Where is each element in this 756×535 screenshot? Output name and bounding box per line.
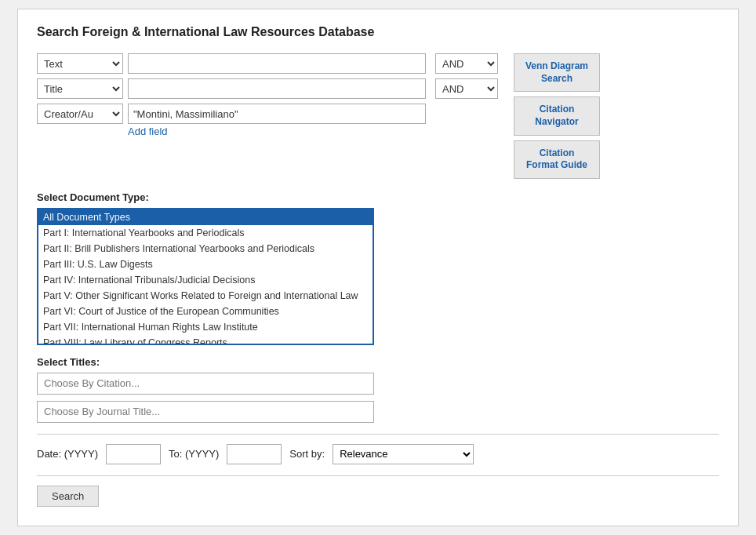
search-button[interactable]: Search (37, 486, 99, 507)
field-select-1[interactable]: Text Title Creator/Au Subject (37, 53, 123, 74)
sort-label: Sort by: (289, 448, 325, 460)
search-input-3[interactable] (128, 104, 426, 124)
boolean-select-2[interactable]: AND OR NOT (435, 78, 498, 99)
venn-diagram-button[interactable]: Venn DiagramSearch (514, 53, 600, 92)
date-from-input[interactable] (106, 444, 161, 464)
search-row-3: Text Title Creator/Au Subject (37, 104, 498, 124)
search-row-1: Text Title Creator/Au Subject AND OR NOT (37, 53, 498, 74)
search-row-2: Text Title Creator/Au Subject AND OR NOT (37, 78, 498, 99)
sort-select[interactable]: Relevance Date Ascending Date Descending… (333, 444, 474, 464)
list-item[interactable]: All Document Types (38, 209, 373, 225)
document-type-label: Select Document Type: (37, 191, 719, 203)
list-item[interactable]: Part VIII: Law Library of Congress Repor… (38, 335, 373, 345)
date-label: Date: (YYYY) (37, 448, 98, 460)
field-select-2[interactable]: Text Title Creator/Au Subject (37, 78, 123, 99)
search-area: Text Title Creator/Au Subject AND OR NOT (37, 53, 719, 179)
list-item[interactable]: Part II: Brill Publishers International … (38, 241, 373, 257)
list-item[interactable]: Part III: U.S. Law Digests (38, 257, 373, 272)
boolean-select-1[interactable]: AND OR NOT (435, 53, 498, 74)
main-container: Search Foreign & International Law Resou… (17, 9, 739, 526)
date-to-label: To: (YYYY) (169, 448, 219, 460)
right-buttons: Venn DiagramSearch CitationNavigator Cit… (514, 53, 600, 179)
list-item[interactable]: Part VI: Court of Justice of the Europea… (38, 304, 373, 319)
search-fields: Text Title Creator/Au Subject AND OR NOT (37, 53, 498, 124)
citation-format-guide-button[interactable]: CitationFormat Guide (514, 140, 600, 179)
add-field-link[interactable]: Add field (128, 126, 498, 137)
divider (37, 434, 719, 435)
field-select-3[interactable]: Text Title Creator/Au Subject (37, 104, 123, 124)
list-item[interactable]: Part V: Other Significant Works Related … (38, 288, 373, 304)
list-item[interactable]: Part VII: International Human Rights Law… (38, 319, 373, 335)
citation-input[interactable] (37, 373, 374, 395)
search-fields-wrapper: Text Title Creator/Au Subject AND OR NOT (37, 53, 498, 137)
page-title: Search Foreign & International Law Resou… (37, 25, 719, 39)
journal-title-input[interactable] (37, 401, 374, 423)
search-input-2[interactable] (128, 78, 426, 99)
citation-navigator-button[interactable]: CitationNavigator (514, 96, 600, 135)
search-input-1[interactable] (128, 53, 426, 74)
select-titles-label: Select Titles: (37, 356, 719, 368)
document-type-list[interactable]: All Document Types Part I: International… (37, 208, 374, 345)
divider-2 (37, 475, 719, 476)
list-item[interactable]: Part IV: International Tribunals/Judicia… (38, 272, 373, 288)
date-to-input[interactable] (227, 444, 282, 464)
bottom-row: Date: (YYYY) To: (YYYY) Sort by: Relevan… (37, 444, 719, 464)
list-item[interactable]: Part I: International Yearbooks and Peri… (38, 225, 373, 241)
